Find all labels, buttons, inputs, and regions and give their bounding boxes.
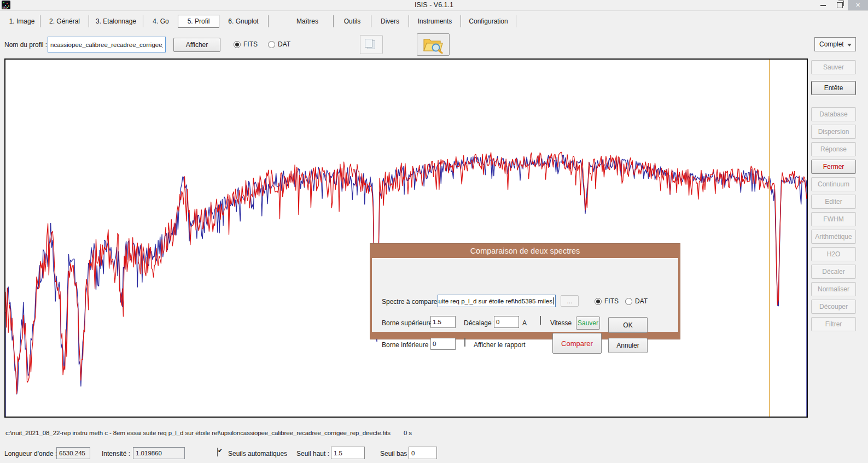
sidebar-button-d-couper[interactable]: Découper	[811, 300, 856, 314]
tab-1-image[interactable]: 1. Image	[4, 15, 39, 27]
tab-outils[interactable]: Outils	[334, 15, 370, 27]
sidebar-button-ent-te[interactable]: Entête	[811, 81, 856, 95]
decalage-label: Décalage :	[464, 319, 495, 327]
tab-separator	[268, 15, 269, 27]
tab-separator	[409, 15, 409, 27]
sidebar-button-fwhm[interactable]: FWHM	[811, 212, 856, 226]
close-button[interactable]: ×	[848, 0, 868, 10]
borne-inferieure-label: Borne inférieure ;	[382, 341, 432, 349]
borne-superieure-input[interactable]: 1.5	[430, 316, 456, 328]
spectrum-plot[interactable]	[4, 58, 808, 418]
dialog-body: Spectre à comparer : em essai suite req …	[372, 258, 678, 332]
afficher-rapport-label: Afficher le rapport	[474, 341, 526, 349]
tab-ma-tres[interactable]: Maîtres	[282, 15, 333, 27]
seuil-bas-label: Seuil bas :	[380, 450, 411, 458]
afficher-button[interactable]: Afficher	[173, 38, 220, 52]
annuler-button[interactable]: Annuler	[608, 338, 648, 353]
tab-separator	[333, 15, 334, 27]
borne-superieure-label: Borne supérieure ;	[382, 319, 436, 327]
sauver-dialog-button[interactable]: Sauver	[576, 317, 600, 330]
chevron-down-icon	[847, 44, 852, 46]
tab-2-g-n-ral[interactable]: 2. Général	[41, 15, 88, 27]
status-file-path: c:\nuit_2021_08_22-rep instru meth c - 8…	[5, 430, 391, 436]
minimize-icon	[820, 5, 826, 6]
tab-instruments[interactable]: Instruments	[410, 15, 460, 27]
sidebar-button-normaliser[interactable]: Normaliser	[811, 282, 856, 296]
ok-button[interactable]: OK	[608, 317, 648, 333]
format-fits-option[interactable]: FITS	[234, 40, 258, 48]
tab-3-etalonnage[interactable]: 3. Etalonnage	[90, 15, 142, 27]
borne-inferieure-input[interactable]: 0	[430, 338, 456, 350]
sidebar-button-continuum[interactable]: Continuum	[811, 177, 856, 191]
spectre-a-comparer-label: Spectre à comparer :	[382, 298, 443, 306]
sidebar-button-r-ponse[interactable]: Réponse	[811, 142, 856, 156]
copy-button[interactable]	[360, 35, 383, 54]
tab-5-profil[interactable]: 5. Profil	[178, 15, 219, 28]
profile-name-label: Nom du profil :	[4, 41, 47, 49]
dat-radio[interactable]	[268, 41, 275, 48]
sidebar-button-fermer[interactable]: Fermer	[811, 160, 856, 174]
seuil-haut-label: Seuil haut :	[296, 450, 329, 458]
intensite-label: Intensité :	[102, 450, 130, 458]
sidebar-button-database[interactable]: Database	[811, 107, 856, 121]
spectre-a-comparer-input[interactable]: em essai suite req p_l_d sur étoile ref\…	[438, 295, 556, 307]
dialog-fits-radio[interactable]	[595, 298, 602, 305]
spectrum-traces	[5, 60, 807, 417]
status-elapsed: 0 s	[404, 430, 412, 436]
sidebar-button-filtrer[interactable]: Filtrer	[811, 317, 856, 331]
seuil-bas-input[interactable]: 0	[409, 447, 437, 459]
longueur-onde-value: 6530.245	[56, 447, 90, 459]
seuils-automatiques-label: Seuils automatiques	[228, 450, 287, 458]
decalage-input[interactable]: 0	[494, 316, 519, 328]
browse-spectre-button[interactable]: ...	[561, 295, 579, 307]
tab-bar: 1. Image2. Général3. Etalonnage4. Go5. P…	[4, 12, 517, 31]
view-mode-value: Complet	[819, 40, 844, 48]
dialog-dat-option[interactable]: DAT	[625, 297, 648, 305]
dialog-dat-radio[interactable]	[625, 298, 632, 305]
folder-search-icon	[422, 36, 445, 54]
format-dat-option[interactable]: DAT	[268, 40, 290, 48]
dialog-title[interactable]: Comparaison de deux spectres	[370, 244, 680, 258]
tab-4-go[interactable]: 4. Go	[144, 15, 178, 27]
seuil-haut-input[interactable]: 1.5	[331, 447, 365, 459]
sidebar-button-arithm-tique[interactable]: Arithmétique	[811, 230, 856, 244]
sidebar-button-editer[interactable]: Editer	[811, 195, 856, 209]
tab-6-gnuplot[interactable]: 6. Gnuplot	[219, 15, 267, 27]
profile-name-input[interactable]	[48, 37, 166, 52]
afficher-rapport-checkbox[interactable]	[464, 338, 465, 347]
window-title: ISIS - V6.1.1	[0, 0, 868, 10]
text-caret	[553, 297, 554, 304]
tab-separator	[89, 15, 89, 27]
vitesse-checkbox[interactable]	[540, 316, 541, 325]
longueur-onde-label: Longueur d'onde :	[4, 450, 57, 458]
intensite-value: 1.019860	[133, 447, 185, 459]
spectre-a-comparer-value: em essai suite req p_l_d sur étoile ref\…	[438, 298, 552, 304]
minimize-button[interactable]	[815, 0, 831, 10]
restore-icon	[837, 2, 843, 8]
tab-separator	[371, 15, 371, 27]
seuils-automatiques-checkbox[interactable]	[217, 448, 218, 456]
sidebar-button-d-caler[interactable]: Décaler	[811, 265, 856, 279]
tab-configuration[interactable]: Configuration	[462, 15, 515, 27]
sidebar-button-sauver[interactable]: Sauver	[811, 60, 856, 74]
tab-separator	[40, 15, 40, 27]
fits-radio[interactable]	[234, 41, 241, 48]
tab-separator	[516, 15, 516, 27]
sidebar-button-h2o[interactable]: H2O	[811, 247, 856, 261]
decalage-unit-label: A	[522, 319, 527, 327]
status-line: c:\nuit_2021_08_22-rep instru meth c - 8…	[5, 430, 412, 436]
dialog-comparaison: Comparaison de deux spectres Spectre à c…	[370, 244, 680, 339]
copy-icon	[368, 40, 375, 49]
view-mode-select[interactable]: Complet	[814, 37, 856, 51]
dialog-fits-option[interactable]: FITS	[595, 297, 619, 305]
comparer-button[interactable]: Comparer	[552, 333, 602, 354]
title-bar: ISIS - V6.1.1 ×	[0, 0, 868, 11]
close-icon: ×	[855, 0, 860, 10]
tab-separator	[143, 15, 143, 27]
tab-divers[interactable]: Divers	[372, 15, 408, 27]
sidebar-button-dispersion[interactable]: Dispersion	[811, 125, 856, 139]
browse-folder-button[interactable]	[417, 33, 450, 56]
tab-separator	[461, 15, 461, 27]
restore-button[interactable]	[831, 0, 848, 10]
dialog-dat-label: DAT	[635, 297, 648, 305]
